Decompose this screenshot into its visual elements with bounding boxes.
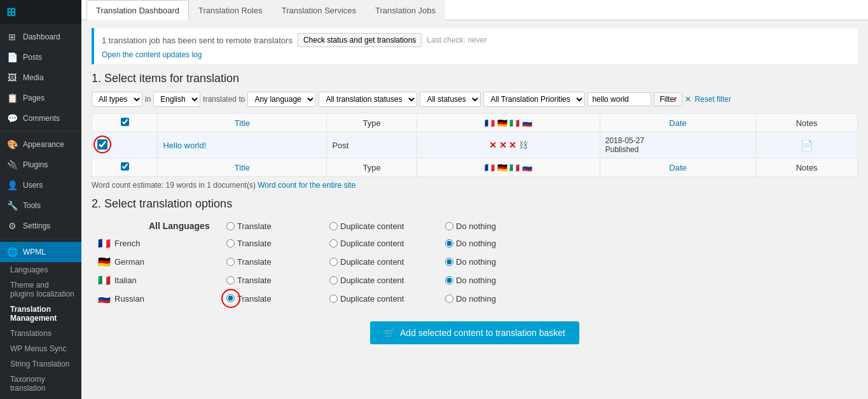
russian-translate-option[interactable]: Translate — [226, 294, 318, 304]
italian-translate-label: Translate — [237, 276, 272, 285]
row-title-cell[interactable]: Hello world! — [158, 132, 327, 158]
sidebar-item-plugins[interactable]: 🔌 Plugins — [0, 155, 81, 175]
footer-date[interactable]: Date — [600, 158, 756, 177]
tab-translation-jobs[interactable]: Translation Jobs — [366, 0, 445, 20]
sidebar-item-media[interactable]: 🖼 Media — [0, 67, 81, 88]
sidebar-sub-languages[interactable]: Languages — [0, 262, 81, 277]
tools-icon: 🔧 — [6, 200, 18, 211]
all-nothing-label: Do nothing — [456, 221, 496, 231]
add-to-basket-button[interactable]: 🛒 Add selected content to translation ba… — [370, 321, 579, 344]
russian-duplicate-cell: Duplicate content — [324, 290, 439, 307]
italian-duplicate-radio[interactable] — [329, 276, 338, 284]
notice-row: 1 translation job has been sent to remot… — [102, 33, 850, 47]
check-status-button[interactable]: Check status and get translations — [298, 33, 422, 47]
sidebar-item-tools[interactable]: 🔧 Tools — [0, 195, 81, 216]
sidebar-sub-theme-plugins[interactable]: Theme and plugins localization — [0, 277, 81, 302]
all-translate-option[interactable]: Translate — [226, 221, 318, 231]
sidebar-sub-translations[interactable]: Translations — [0, 326, 81, 341]
any-language-filter[interactable]: Any language — [247, 92, 316, 107]
word-count-link[interactable]: Word count for the entire site — [258, 181, 355, 190]
all-duplicate-option[interactable]: Duplicate content — [329, 221, 434, 231]
filter-button[interactable]: Filter — [654, 92, 682, 106]
french-translate-option[interactable]: Translate — [226, 239, 318, 248]
main-area: Translation Dashboard Translation Roles … — [81, 0, 868, 399]
add-button-row: 🛒 Add selected content to translation ba… — [92, 321, 858, 354]
sidebar-sub-packages[interactable]: Packages — [0, 396, 81, 399]
sidebar-item-appearance[interactable]: 🎨 Appearance — [0, 134, 81, 155]
sidebar-item-dashboard[interactable]: ⊞ Dashboard — [0, 27, 81, 47]
reset-filter-link[interactable]: ✕ Reset filter — [685, 95, 733, 104]
italian-label: Italian — [114, 276, 137, 285]
tab-translation-dashboard[interactable]: Translation Dashboard — [86, 0, 189, 20]
german-duplicate-option[interactable]: Duplicate content — [329, 257, 434, 267]
add-btn-label: Add selected content to translation bask… — [400, 328, 565, 338]
all-nothing-option[interactable]: Do nothing — [445, 221, 851, 231]
tab-translation-roles[interactable]: Translation Roles — [189, 0, 272, 20]
italian-duplicate-option[interactable]: Duplicate content — [329, 276, 434, 285]
italian-translate-radio[interactable] — [226, 276, 235, 284]
french-duplicate-option[interactable]: Duplicate content — [329, 239, 434, 248]
search-input[interactable] — [588, 92, 651, 106]
wpml-icon: 🌐 — [6, 247, 18, 257]
sidebar-sub-translation-management[interactable]: Translation Management — [0, 302, 81, 326]
type-filter[interactable]: All types — [92, 92, 142, 107]
open-log-link[interactable]: Open the content updates log — [102, 50, 202, 59]
sidebar-item-wpml[interactable]: 🌐 WPML — [0, 242, 81, 262]
german-translate-radio[interactable] — [226, 258, 235, 266]
sidebar-sub-taxonomy-translation[interactable]: Taxonomy translation — [0, 372, 81, 396]
all-statuses-filter[interactable]: All statuses — [420, 92, 481, 107]
row-notes-cell[interactable]: 📄 — [756, 132, 858, 158]
russian-nothing-label: Do nothing — [456, 294, 496, 304]
sidebar-label-posts: Posts — [23, 53, 42, 62]
header-flags-1: 🇫🇷 🇩🇪 🇮🇹 🇷🇺 — [417, 114, 600, 132]
sidebar-sub-wp-menus-sync[interactable]: WP Menus Sync — [0, 341, 81, 356]
header-title-1[interactable]: Title — [158, 114, 327, 132]
german-duplicate-radio[interactable] — [329, 258, 338, 266]
german-translate-option[interactable]: Translate — [226, 257, 318, 267]
header-date-1[interactable]: Date — [600, 114, 756, 132]
sidebar-item-settings[interactable]: ⚙ Settings — [0, 216, 81, 236]
french-nothing-radio[interactable] — [445, 239, 453, 248]
select-all-checkbox-bottom[interactable] — [121, 162, 129, 171]
russian-translate-radio[interactable] — [226, 294, 235, 302]
sidebar-label-media: Media — [23, 73, 44, 82]
russian-duplicate-option[interactable]: Duplicate content — [329, 294, 434, 304]
select-all-checkbox-top[interactable] — [121, 118, 129, 126]
italian-translate-option[interactable]: Translate — [226, 276, 318, 285]
all-translate-radio[interactable] — [226, 222, 235, 230]
german-nothing-radio[interactable] — [445, 258, 453, 266]
italian-nothing-radio[interactable] — [445, 276, 453, 284]
french-nothing-option[interactable]: Do nothing — [445, 239, 851, 248]
sidebar-label-tools: Tools — [23, 201, 41, 210]
footer-title[interactable]: Title — [158, 158, 327, 177]
french-nothing-label: Do nothing — [456, 239, 496, 248]
tab-translation-services[interactable]: Translation Services — [272, 0, 366, 20]
french-translate-radio[interactable] — [226, 239, 235, 248]
german-nothing-option[interactable]: Do nothing — [445, 257, 851, 267]
all-nothing-radio[interactable] — [445, 222, 453, 230]
language-filter[interactable]: English — [153, 92, 200, 107]
notes-icon[interactable]: 📄 — [801, 140, 813, 151]
russian-duplicate-radio[interactable] — [329, 295, 338, 303]
russian-nothing-option[interactable]: Do nothing — [445, 294, 851, 304]
sidebar-item-users[interactable]: 👤 Users — [0, 175, 81, 195]
french-duplicate-radio[interactable] — [329, 239, 338, 248]
german-duplicate-cell: Duplicate content — [324, 253, 439, 270]
italian-flag-cell: 🇮🇹 Italian — [93, 272, 220, 289]
russian-nothing-radio[interactable] — [445, 295, 453, 303]
pages-icon: 📋 — [6, 93, 18, 103]
hello-world-checkbox[interactable] — [97, 139, 107, 150]
german-flag-label: 🇩🇪 German — [98, 256, 215, 268]
translated-to-label: translated to — [203, 95, 245, 104]
table-footer-row: Title Type 🇫🇷 🇩🇪 🇮🇹 🇷🇺 Date Notes — [92, 158, 858, 177]
row-status: Published — [605, 145, 751, 154]
all-duplicate-radio[interactable] — [329, 222, 338, 230]
translation-statuses-filter[interactable]: All translation statuses — [319, 92, 417, 107]
priorities-filter[interactable]: All Translation Priorities — [483, 92, 585, 107]
sidebar-sub-string-translation[interactable]: String Translation — [0, 356, 81, 372]
sidebar-item-comments[interactable]: 💬 Comments — [0, 108, 81, 129]
german-translate-cell: Translate — [221, 253, 323, 270]
sidebar-item-pages[interactable]: 📋 Pages — [0, 88, 81, 108]
sidebar-item-posts[interactable]: 📄 Posts — [0, 47, 81, 67]
italian-nothing-option[interactable]: Do nothing — [445, 276, 851, 285]
